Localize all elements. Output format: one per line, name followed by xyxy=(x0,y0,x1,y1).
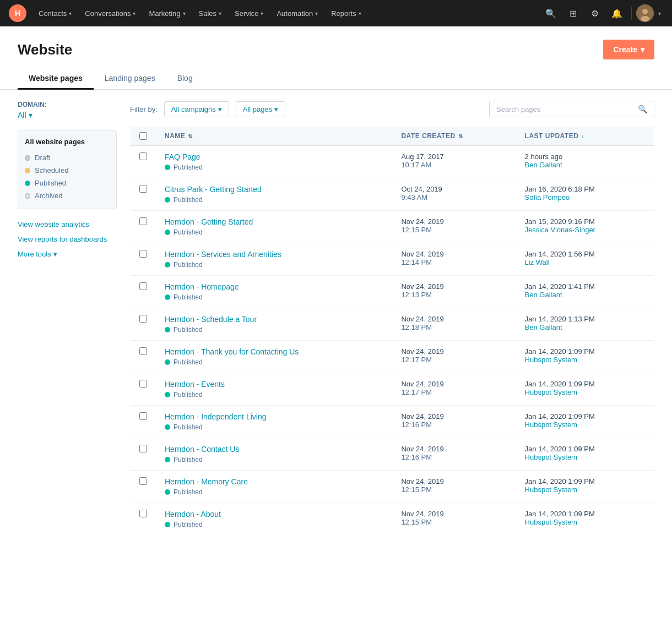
updated-by-link[interactable]: Hubspot System xyxy=(525,388,645,396)
notifications-icon[interactable]: 🔔 xyxy=(607,3,627,23)
row-checkbox[interactable] xyxy=(139,185,147,193)
updated-by-link[interactable]: Hubspot System xyxy=(525,485,645,494)
nav-automation[interactable]: Automation ▾ xyxy=(271,6,323,21)
tabs-row: Website pages Landing pages Blog xyxy=(0,68,672,90)
view-website-analytics-link[interactable]: View website analytics xyxy=(18,220,117,228)
last-updated-value: Jan 14, 2020 1:56 PM xyxy=(525,250,645,258)
filter-by-label: Filter by: xyxy=(130,105,158,113)
row-checkbox[interactable] xyxy=(139,217,147,225)
updated-by-link[interactable]: Ben Gallant xyxy=(525,291,645,299)
tab-website-pages[interactable]: Website pages xyxy=(18,68,94,90)
row-checkbox[interactable] xyxy=(139,315,147,323)
page-name-link[interactable]: FAQ Page xyxy=(165,152,383,161)
page-name-link[interactable]: Herndon - Contact Us xyxy=(165,445,383,454)
page-status: Published xyxy=(165,488,383,496)
page-name-link[interactable]: Herndon - Memory Care xyxy=(165,477,383,486)
domain-filter[interactable]: All ▾ xyxy=(18,111,117,119)
select-all-checkbox[interactable] xyxy=(139,132,147,140)
select-all-header xyxy=(131,127,156,146)
status-dot-icon xyxy=(165,489,170,495)
view-reports-dashboards-link[interactable]: View reports for dashboards xyxy=(18,235,117,243)
row-checkbox[interactable] xyxy=(139,380,147,388)
last-updated-value: Jan 14, 2020 1:09 PM xyxy=(525,477,645,485)
nav-sales[interactable]: Sales ▾ xyxy=(193,6,227,21)
table-row: Herndon - Events Published Nov 24, 2019 … xyxy=(131,373,654,406)
row-checkbox[interactable] xyxy=(139,412,147,420)
nav-conversations[interactable]: Conversations ▾ xyxy=(79,6,141,21)
campaign-filter-button[interactable]: All campaigns ▾ xyxy=(164,101,229,117)
account-chevron[interactable]: ▾ xyxy=(656,10,663,17)
updated-by-link[interactable]: Sofia Pompeo xyxy=(525,193,645,201)
updated-by-link[interactable]: Jessica Vionas-Singer xyxy=(525,226,645,234)
nav-marketing[interactable]: Marketing ▾ xyxy=(143,6,191,21)
sidebar-status-published[interactable]: Published xyxy=(25,177,110,189)
search-icon[interactable]: 🔍 xyxy=(541,3,561,23)
updated-by-link[interactable]: Hubspot System xyxy=(525,421,645,429)
page-name-link[interactable]: Herndon - Independent Living xyxy=(165,412,383,421)
create-button[interactable]: Create ▾ xyxy=(603,40,654,59)
updated-by-link[interactable]: Hubspot System xyxy=(525,518,645,526)
page-name-link[interactable]: Herndon - Schedule a Tour xyxy=(165,315,383,324)
status-label: Published xyxy=(174,423,203,431)
row-checkbox[interactable] xyxy=(139,477,147,485)
status-dot-icon xyxy=(165,457,170,462)
row-checkbox[interactable] xyxy=(139,250,147,258)
page-name-link[interactable]: Citrus Park - Getting Started xyxy=(165,185,383,194)
page-name-link[interactable]: Herndon - Homepage xyxy=(165,282,383,291)
more-tools-link[interactable]: More tools ▾ xyxy=(18,250,117,258)
svg-point-3 xyxy=(642,9,648,14)
updated-by-link[interactable]: Hubspot System xyxy=(525,453,645,461)
sidebar-status-scheduled[interactable]: Scheduled xyxy=(25,164,110,177)
updated-by-link[interactable]: Liz Wall xyxy=(525,258,645,266)
search-input[interactable] xyxy=(496,105,633,113)
updated-by-link[interactable]: Ben Gallant xyxy=(525,161,645,169)
page-name-link[interactable]: Herndon - Thank you for Contacting Us xyxy=(165,347,383,356)
row-checkbox[interactable] xyxy=(139,282,147,290)
name-column-header[interactable]: NAME ⇅ xyxy=(156,127,392,146)
avatar[interactable] xyxy=(636,4,654,22)
last-updated-value: Jan 14, 2020 1:09 PM xyxy=(525,510,645,518)
nav-contacts[interactable]: Contacts ▾ xyxy=(33,6,77,21)
status-dot-icon xyxy=(165,359,170,365)
sidebar-status-draft[interactable]: Draft xyxy=(25,151,110,164)
sidebar-status-archived[interactable]: Archived xyxy=(25,189,110,202)
updated-by-link[interactable]: Ben Gallant xyxy=(525,323,645,331)
apps-icon[interactable]: ⊞ xyxy=(563,3,583,23)
search-box[interactable]: 🔍 xyxy=(489,101,654,117)
status-label: Published xyxy=(174,293,203,301)
row-checkbox[interactable] xyxy=(139,445,147,452)
sales-chevron-icon: ▾ xyxy=(219,10,221,17)
updated-by-link[interactable]: Hubspot System xyxy=(525,356,645,364)
table-row: FAQ Page Published Aug 17, 2017 10:17 AM… xyxy=(131,146,654,178)
nav-service[interactable]: Service ▾ xyxy=(229,6,269,21)
tab-landing-pages[interactable]: Landing pages xyxy=(94,68,166,90)
last-updated-value: Jan 14, 2020 1:09 PM xyxy=(525,412,645,421)
hubspot-logo[interactable]: H xyxy=(9,4,26,22)
tab-blog[interactable]: Blog xyxy=(166,68,204,90)
row-last-updated-cell: Jan 16, 2020 6:18 PM Sofia Pompeo xyxy=(516,178,654,211)
nav-reports[interactable]: Reports ▾ xyxy=(326,6,367,21)
row-checkbox-cell xyxy=(131,243,156,276)
row-checkbox-cell xyxy=(131,276,156,308)
status-label: Published xyxy=(174,228,203,236)
row-checkbox-cell xyxy=(131,373,156,406)
table-row: Citrus Park - Getting Started Published … xyxy=(131,178,654,211)
row-checkbox[interactable] xyxy=(139,152,147,160)
status-label: Published xyxy=(174,163,203,171)
row-checkbox[interactable] xyxy=(139,510,147,517)
row-name-cell: Herndon - Homepage Published xyxy=(156,276,392,308)
row-date-created-cell: Oct 24, 2019 9:43 AM xyxy=(392,178,516,211)
last-updated-column-header[interactable]: LAST UPDATED ↓ xyxy=(516,127,654,146)
page-name-link[interactable]: Herndon - Events xyxy=(165,380,383,389)
page-name-link[interactable]: Herndon - Services and Amenities xyxy=(165,250,383,259)
page-filter-button[interactable]: All pages ▾ xyxy=(236,101,285,117)
row-checkbox[interactable] xyxy=(139,347,147,355)
page-name-link[interactable]: Herndon - About xyxy=(165,510,383,519)
page-name-link[interactable]: Herndon - Getting Started xyxy=(165,217,383,226)
date-created-column-header[interactable]: DATE CREATED ⇅ xyxy=(392,127,516,146)
status-dot-icon xyxy=(165,197,170,203)
settings-icon[interactable]: ⚙ xyxy=(585,3,605,23)
row-name-cell: Herndon - Contact Us Published xyxy=(156,438,392,471)
date-created-time: 12:15 PM xyxy=(401,518,507,526)
page-status: Published xyxy=(165,163,383,171)
